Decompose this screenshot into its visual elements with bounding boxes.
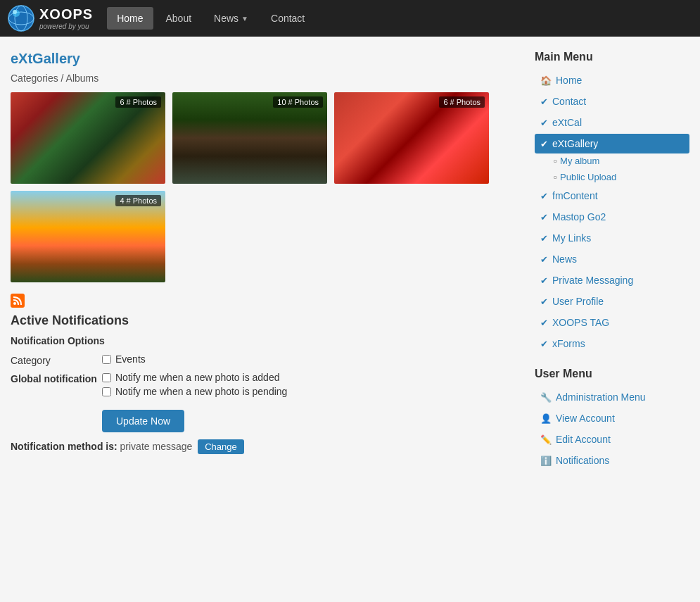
global-controls: Notify me when a new photo is added Noti… (102, 372, 287, 397)
events-checkbox[interactable] (102, 355, 111, 364)
user-menu-title: User Menu (535, 368, 689, 380)
sidebar-label-xforms: xForms (552, 338, 585, 349)
sidebar-link-viewaccount[interactable]: 👤 View Account (535, 408, 689, 428)
sidebar-link-mastop[interactable]: ✔ Mastop Go2 (535, 207, 689, 227)
nav-home[interactable]: Home (107, 7, 153, 30)
sidebar-label-extgallery: eXtGallery (552, 138, 598, 149)
sidebar-label-userprofile: User Profile (552, 296, 604, 307)
sidebar-item-home: 🏠 Home (535, 70, 689, 90)
home-icon: 🏠 (540, 75, 552, 86)
wrench-icon: 🔧 (540, 392, 552, 403)
pending-label: Notify me when a new photo is pending (115, 386, 287, 397)
gallery-item-2[interactable]: 10 # Photos (172, 92, 327, 184)
user-item-editaccount: ✏️ Edit Account (535, 429, 689, 449)
sidebar-link-notifications[interactable]: ℹ️ Notifications (535, 451, 689, 470)
page-title: eXtGallery (11, 51, 521, 67)
user-label-admin: Administration Menu (556, 391, 646, 403)
gallery-top-row: 6 # Photos 10 # Photos 6 # Photos (11, 92, 521, 184)
rss-icon[interactable] (11, 294, 25, 308)
user-label-notifications: Notifications (556, 455, 609, 466)
events-checkbox-row: Events (102, 353, 146, 365)
update-now-button[interactable]: Update Now (102, 410, 184, 432)
rss-section (11, 294, 521, 308)
main-content: eXtGallery Categories / Albums 6 # Photo… (11, 51, 521, 484)
notification-options-title: Notification Options (11, 335, 521, 346)
gallery-item-1[interactable]: 6 # Photos (11, 92, 165, 184)
person-icon: 👤 (540, 413, 552, 424)
sidebar-label-extcal: eXtCal (552, 117, 582, 128)
global-label: Global notification (11, 372, 102, 384)
sidebar-link-fmcontent[interactable]: ✔ fmContent (535, 186, 689, 206)
sidebar-link-xoopstag[interactable]: ✔ XOOPS TAG (535, 313, 689, 332)
check-icon-mastop: ✔ (540, 212, 548, 222)
gallery-item-3[interactable]: 6 # Photos (334, 92, 489, 184)
user-item-notifications: ℹ️ Notifications (535, 451, 689, 470)
news-dropdown-arrow: ▼ (241, 15, 248, 23)
user-item-viewaccount: 👤 View Account (535, 408, 689, 428)
sidebar-link-privatemsg[interactable]: ✔ Private Messaging (535, 270, 689, 290)
sidebar-link-news[interactable]: ✔ News (535, 249, 689, 269)
submenu-item-myalbum: My album (549, 153, 689, 168)
pencil-icon: ✏️ (540, 434, 552, 445)
submenu-link-myalbum[interactable]: My album (549, 153, 689, 168)
pending-checkbox-row: Notify me when a new photo is pending (102, 386, 287, 397)
sidebar-link-editaccount[interactable]: ✏️ Edit Account (535, 429, 689, 449)
submenu-link-publicupload[interactable]: Public Upload (549, 170, 689, 184)
sidebar-link-xforms[interactable]: ✔ xForms (535, 334, 689, 353)
sidebar-item-extgallery: ✔ eXtGallery My album Public Upload (535, 134, 689, 184)
nav-contact[interactable]: Contact (261, 7, 314, 30)
main-menu-list: 🏠 Home ✔ Contact ✔ eXtCal (535, 70, 689, 353)
sidebar: Main Menu 🏠 Home ✔ Contact ✔ (535, 51, 689, 484)
pending-checkbox[interactable] (102, 387, 111, 396)
check-icon-xoopstag: ✔ (540, 318, 548, 328)
check-icon-extcal: ✔ (540, 118, 548, 128)
gallery-bottom-row: 4 # Photos (11, 191, 521, 282)
sidebar-item-xoopstag: ✔ XOOPS TAG (535, 313, 689, 332)
sidebar-link-userprofile[interactable]: ✔ User Profile (535, 291, 689, 311)
sidebar-item-extcal: ✔ eXtCal (535, 113, 689, 132)
category-controls: Events (102, 353, 146, 365)
check-icon-privatemsg: ✔ (540, 275, 548, 286)
check-icon-mylinks: ✔ (540, 233, 548, 244)
check-icon-xforms: ✔ (540, 339, 548, 349)
global-row: Global notification Notify me when a new… (11, 372, 521, 397)
sidebar-link-extcal[interactable]: ✔ eXtCal (535, 113, 689, 132)
check-icon-contact: ✔ (540, 96, 548, 107)
user-label-viewaccount: View Account (556, 413, 615, 424)
sidebar-link-home[interactable]: 🏠 Home (535, 70, 689, 90)
sidebar-label-fmcontent: fmContent (552, 190, 598, 201)
new-photo-label: Notify me when a new photo is added (115, 372, 279, 383)
events-label: Events (115, 353, 146, 365)
sidebar-item-fmcontent: ✔ fmContent (535, 186, 689, 206)
photo-count-3: 6 # Photos (439, 96, 485, 108)
check-icon-extgallery: ✔ (540, 139, 548, 149)
category-label: Category (11, 353, 102, 366)
powered-by-text: powered by you (39, 23, 93, 30)
navbar: XOOPS powered by you Home About News ▼ C… (0, 0, 700, 37)
sidebar-link-mylinks[interactable]: ✔ My Links (535, 228, 689, 248)
main-container: eXtGallery Categories / Albums 6 # Photo… (0, 37, 700, 498)
new-photo-checkbox[interactable] (102, 373, 111, 382)
sidebar-label-privatemsg: Private Messaging (552, 275, 633, 286)
logo-text: XOOPS powered by you (39, 6, 93, 30)
sidebar-link-contact[interactable]: ✔ Contact (535, 92, 689, 111)
nav-about[interactable]: About (156, 7, 202, 30)
nav-news[interactable]: News ▼ (204, 7, 258, 30)
user-label-editaccount: Edit Account (556, 434, 611, 445)
new-photo-checkbox-row: Notify me when a new photo is added (102, 372, 287, 383)
method-value: private message (120, 441, 193, 452)
submenu-label-publicupload: Public Upload (560, 172, 616, 182)
info-icon: ℹ️ (540, 456, 552, 466)
sidebar-link-admin[interactable]: 🔧 Administration Menu (535, 387, 689, 407)
submenu-item-publicupload: Public Upload (549, 170, 689, 184)
change-button[interactable]: Change (198, 439, 244, 454)
globe-icon (7, 4, 35, 32)
sidebar-item-contact: ✔ Contact (535, 92, 689, 111)
gallery-item-4[interactable]: 4 # Photos (11, 191, 165, 282)
nav-links: Home About News ▼ Contact (107, 7, 314, 30)
sidebar-label-xoopstag: XOOPS TAG (552, 317, 609, 328)
sidebar-item-xforms: ✔ xForms (535, 334, 689, 353)
notification-method: Notification method is: private message … (11, 439, 521, 454)
sidebar-item-mastop: ✔ Mastop Go2 (535, 207, 689, 227)
sidebar-link-extgallery[interactable]: ✔ eXtGallery (535, 134, 689, 153)
